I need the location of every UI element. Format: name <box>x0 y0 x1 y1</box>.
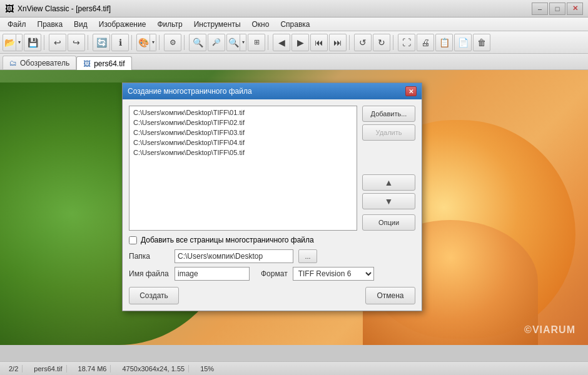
image-tab-icon: 🖼 <box>83 59 91 68</box>
toolbar-separator-5 <box>184 35 186 50</box>
menu-item-файл[interactable]: Файл <box>3 19 31 30</box>
list-item[interactable]: C:\Users\компик\Desktop\TIFF\04.tif <box>131 138 355 148</box>
dialog-body: C:\Users\компик\Desktop\TIFF\01.tifC:\Us… <box>123 99 422 311</box>
main-area: ©VIARUM Создание многостраничного файла … <box>0 70 588 345</box>
folder-label: Папка <box>129 252 170 261</box>
status-bar: 2/2 pers64.tif 18.74 M6 4750x3064x24, 1.… <box>0 361 588 375</box>
checkbox-label[interactable]: Добавить все страницы многостраничного ф… <box>141 236 314 244</box>
zoom-dropdown-arrow[interactable]: ▾ <box>240 34 246 51</box>
open-dropdown[interactable]: 📂 ▾ <box>3 34 23 51</box>
toolbar-separator-3 <box>131 35 134 50</box>
browser-tab-label: Обозреватель <box>20 59 69 68</box>
maximize-button[interactable]: □ <box>549 2 565 15</box>
delete-button[interactable]: 🗑 <box>473 34 490 51</box>
filename-row: Имя файла Формат TIFF Revision 6TIFF Rev… <box>129 267 415 281</box>
toolbar: 📂 ▾ 💾 ↩ ↪ 🔄 ℹ 🎨 ▾ ⚙ 🔍 🔎 🔍 ▾ ⊞ ◀ ▶ ⏮ ⏭ ↺ … <box>0 31 588 54</box>
menu-item-инструменты[interactable]: Инструменты <box>189 19 246 30</box>
menu-item-справка[interactable]: Справка <box>275 19 315 30</box>
zoom-select-button[interactable]: 🔍 <box>226 34 240 51</box>
dialog-close-button[interactable]: ✕ <box>405 86 417 96</box>
status-filename: pers64.tif <box>30 365 66 372</box>
zoom-in-button[interactable]: 🔍 <box>189 34 206 51</box>
list-item[interactable]: C:\Users\компик\Desktop\TIFF\05.tif <box>131 148 355 158</box>
menu-item-вид[interactable]: Вид <box>69 19 93 30</box>
list-item[interactable]: C:\Users\компик\Desktop\TIFF\03.tif <box>131 128 355 138</box>
open-button[interactable]: 📂 <box>3 34 16 51</box>
move-down-button[interactable]: ▼ <box>362 193 415 209</box>
dialog-footer: Создать Отмена <box>129 287 415 304</box>
create-button[interactable]: Создать <box>129 287 179 304</box>
dialog-title-bar: Создание многостраничного файла ✕ <box>123 83 422 99</box>
menu-item-фильтр[interactable]: Фильтр <box>152 19 187 30</box>
status-page: 2/2 <box>5 365 23 372</box>
zoom-out-button[interactable]: 🔎 <box>208 34 225 51</box>
prev-button[interactable]: ◀ <box>273 34 290 51</box>
refresh-button[interactable]: 🔄 <box>93 34 110 51</box>
menu-bar: ФайлПравкаВидИзображениеФильтрИнструмент… <box>0 18 588 31</box>
window-title: XnView Classic - [pers64.tif] <box>18 4 111 13</box>
status-filesize: 18.74 M6 <box>74 365 111 372</box>
redo-button[interactable]: ↪ <box>68 34 85 51</box>
title-bar: 🖼 XnView Classic - [pers64.tif] – □ ✕ <box>0 0 588 18</box>
list-item[interactable]: C:\Users\компик\Desktop\TIFF\01.tif <box>131 108 355 118</box>
multipage-dialog: Создание многостраничного файла ✕ C:\Use… <box>122 82 422 311</box>
folder-input[interactable] <box>175 249 293 263</box>
app-icon: 🖼 <box>5 4 14 14</box>
status-dimensions: 4750x3064x24, 1.55 <box>118 365 189 372</box>
window-close-button[interactable]: ✕ <box>567 2 583 15</box>
zoom-dropdown[interactable]: 🔍 ▾ <box>226 34 246 51</box>
tab-browser[interactable]: 🗂 Обозреватель <box>3 56 76 69</box>
list-buttons: Добавить... Удалить ▲ ▼ Опции <box>362 106 415 231</box>
browser-tab-icon: 🗂 <box>9 59 17 68</box>
add-button[interactable]: Добавить... <box>362 106 415 122</box>
paste-button[interactable]: 📄 <box>454 34 472 51</box>
dialog-title: Создание многостраничного файла <box>128 87 252 96</box>
print-button[interactable]: 🖨 <box>417 34 434 51</box>
file-list[interactable]: C:\Users\компик\Desktop\TIFF\01.tifC:\Us… <box>129 106 357 231</box>
folder-row: Папка ... <box>129 249 415 263</box>
cancel-button[interactable]: Отмена <box>365 287 415 304</box>
next-button[interactable]: ▶ <box>291 34 309 51</box>
menu-item-окно[interactable]: Окно <box>247 19 275 30</box>
toolbar-separator-2 <box>88 35 90 50</box>
menu-item-изображение[interactable]: Изображение <box>94 19 151 30</box>
open-dropdown-arrow[interactable]: ▾ <box>16 34 23 51</box>
file-list-container: C:\Users\компик\Desktop\TIFF\01.tifC:\Us… <box>129 106 415 231</box>
color-button[interactable]: 🎨 <box>136 34 150 51</box>
multipage-checkbox[interactable] <box>129 236 137 244</box>
delete-button-dlg[interactable]: Удалить <box>362 124 415 141</box>
menu-item-правка[interactable]: Правка <box>33 19 68 30</box>
filename-input[interactable] <box>175 267 250 281</box>
dialog-overlay: Создание многостраничного файла ✕ C:\Use… <box>0 70 588 345</box>
format-label: Формат <box>261 269 288 278</box>
info-button[interactable]: ℹ <box>111 34 129 51</box>
first-button[interactable]: ⏮ <box>310 34 328 51</box>
zoom-fit-button[interactable]: ⊞ <box>248 34 265 51</box>
tab-image[interactable]: 🖼 pers64.tif <box>76 56 131 70</box>
settings-button[interactable]: ⚙ <box>164 34 181 51</box>
undo-button[interactable]: ↩ <box>49 34 66 51</box>
move-up-button[interactable]: ▲ <box>362 174 415 191</box>
color-dropdown[interactable]: 🎨 ▾ <box>136 34 156 51</box>
fullscreen-button[interactable]: ⛶ <box>398 34 415 51</box>
format-select[interactable]: TIFF Revision 6TIFF Revision 5BMPPNGPDF <box>293 267 374 281</box>
toolbar-separator-7 <box>349 35 352 50</box>
tab-bar: 🗂 Обозреватель 🖼 pers64.tif <box>0 54 588 70</box>
checkbox-row: Добавить все страницы многостраничного ф… <box>129 236 415 244</box>
status-zoom: 15% <box>196 365 218 372</box>
toolbar-separator-6 <box>268 35 270 50</box>
save-button[interactable]: 💾 <box>24 34 41 51</box>
folder-browse-button[interactable]: ... <box>298 249 317 263</box>
last-button[interactable]: ⏭ <box>329 34 347 51</box>
color-dropdown-arrow[interactable]: ▾ <box>150 34 156 51</box>
rotate-left-button[interactable]: ↺ <box>354 34 372 51</box>
list-item[interactable]: C:\Users\компик\Desktop\TIFF\02.tif <box>131 118 355 128</box>
toolbar-separator-1 <box>44 35 46 50</box>
options-button[interactable]: Опции <box>362 214 415 231</box>
minimize-button[interactable]: – <box>532 2 548 15</box>
filename-label: Имя файла <box>129 269 170 278</box>
arrow-buttons: ▲ ▼ <box>362 174 415 209</box>
copy-button[interactable]: 📋 <box>435 34 453 51</box>
rotate-right-button[interactable]: ↻ <box>373 34 390 51</box>
toolbar-separator-8 <box>393 35 395 50</box>
